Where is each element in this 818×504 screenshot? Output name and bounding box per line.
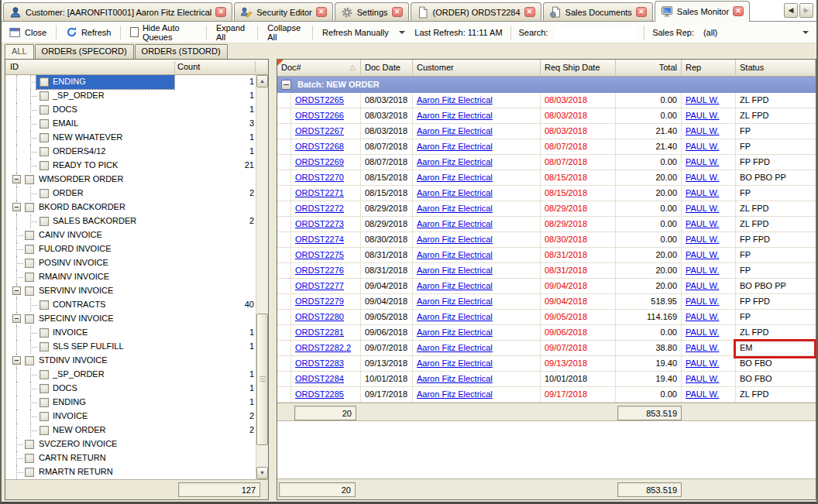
- queue-tree-item[interactable]: SALES BACKORDER2: [5, 214, 256, 228]
- grid-row[interactable]: ORDST227608/31/2018Aaron Fitz Electrical…: [277, 263, 816, 279]
- rep-link[interactable]: PAUL W.: [686, 250, 719, 259]
- tree-checkbox-icon[interactable]: [40, 91, 49, 101]
- tree-checkbox-icon[interactable]: [40, 147, 49, 156]
- queue-tree-item[interactable]: WMSORDER ORDER: [5, 173, 256, 187]
- refresh-mode-dropdown[interactable]: Refresh Manually: [319, 26, 408, 39]
- tab-order-ordst2284[interactable]: (ORDER) ORDST2284✕: [411, 2, 541, 21]
- tree-checkbox-icon[interactable]: [25, 468, 34, 477]
- queue-tree-item[interactable]: CAINV INVOICE: [5, 228, 256, 242]
- queue-tree-item[interactable]: NEW ORDER2: [5, 423, 256, 437]
- tab-sales-documents[interactable]: Sales Documents✕: [543, 2, 653, 21]
- customer-link[interactable]: Aaron Fitz Electrical: [417, 157, 493, 166]
- tree-checkbox-icon[interactable]: [25, 356, 34, 365]
- rep-link[interactable]: PAUL W.: [686, 188, 719, 197]
- expander-minus-icon[interactable]: [12, 314, 21, 323]
- doc-link[interactable]: ORDST2269: [295, 157, 344, 166]
- queue-tree-item[interactable]: SVCZERO INVOICE: [5, 437, 256, 451]
- doc-link[interactable]: ORDST2271: [295, 188, 344, 197]
- grid-row[interactable]: ORDST228109/06/2018Aaron Fitz Electrical…: [277, 325, 816, 341]
- tree-checkbox-icon[interactable]: [40, 189, 49, 198]
- customer-link[interactable]: Aaron Fitz Electrical: [417, 266, 493, 275]
- customer-link[interactable]: Aaron Fitz Electrical: [417, 173, 493, 182]
- queue-tree-item[interactable]: BKORD BACKORDER: [5, 201, 256, 214]
- grid-row[interactable]: ORDST227909/04/2018Aaron Fitz Electrical…: [277, 294, 816, 310]
- doc-link[interactable]: ORDST2276: [295, 266, 344, 275]
- tree-checkbox-icon[interactable]: [40, 300, 49, 310]
- rep-link[interactable]: PAUL W.: [686, 281, 719, 290]
- customer-link[interactable]: Aaron Fitz Electrical: [417, 126, 493, 135]
- customer-link[interactable]: Aaron Fitz Electrical: [417, 204, 493, 213]
- tab-close-icon[interactable]: ✕: [392, 7, 403, 17]
- rep-link[interactable]: PAUL W.: [686, 297, 719, 306]
- queue-tree-item[interactable]: RMARTN RETURN: [5, 465, 256, 479]
- queue-tree-item[interactable]: POSINV INVOICE: [5, 256, 256, 270]
- doc-link[interactable]: ORDST2284: [295, 374, 344, 383]
- doc-link[interactable]: ORDST2273: [295, 219, 344, 228]
- rep-link[interactable]: PAUL W.: [686, 358, 719, 368]
- queue-tree-item[interactable]: ENDING1: [5, 75, 256, 89]
- tree-checkbox-icon[interactable]: [40, 384, 49, 393]
- tree-checkbox-icon[interactable]: [40, 342, 49, 351]
- doc-link[interactable]: ORDST2283: [295, 358, 344, 368]
- grid-row[interactable]: ORDST227208/29/2018Aaron Fitz Electrical…: [277, 201, 816, 217]
- queue-tree-item[interactable]: NEW WHATEVER1: [5, 131, 256, 145]
- tree-checkbox-icon[interactable]: [25, 286, 34, 296]
- grid-group-row[interactable]: Batch: NEW ORDER: [277, 77, 816, 93]
- rep-link[interactable]: PAUL W.: [686, 266, 719, 275]
- queue-tree-item[interactable]: INVOICE1: [5, 326, 256, 340]
- doc-link[interactable]: ORDST2275: [295, 250, 344, 259]
- grid-row[interactable]: ORDST227408/30/2018Aaron Fitz Electrical…: [277, 232, 816, 248]
- queue-tree-item[interactable]: READY TO PICK21: [5, 159, 256, 173]
- queue-tree-item[interactable]: ORDERS4/121: [5, 145, 256, 159]
- column-header-req-ship-date[interactable]: Req Ship Date: [541, 60, 616, 77]
- expander-minus-icon[interactable]: [12, 175, 21, 183]
- expand-all-button[interactable]: Expand All: [213, 22, 252, 43]
- tree-checkbox-icon[interactable]: [40, 133, 49, 142]
- tab-close-icon[interactable]: ✕: [316, 7, 327, 17]
- customer-link[interactable]: Aaron Fitz Electrical: [417, 358, 493, 368]
- queue-tab-all[interactable]: ALL: [5, 44, 34, 59]
- tree-checkbox-icon[interactable]: [25, 245, 34, 254]
- column-header-total[interactable]: Total: [616, 60, 682, 77]
- doc-link[interactable]: ORDST2267: [295, 126, 344, 135]
- grid-row[interactable]: ORDST227108/15/2018Aaron Fitz Electrical…: [277, 186, 816, 201]
- rep-link[interactable]: PAUL W.: [686, 173, 719, 182]
- column-header-customer[interactable]: Customer: [413, 60, 541, 77]
- customer-link[interactable]: Aaron Fitz Electrical: [417, 250, 493, 259]
- customer-link[interactable]: Aaron Fitz Electrical: [417, 142, 493, 151]
- grid-row[interactable]: ORDST226708/03/2018Aaron Fitz Electrical…: [277, 124, 816, 139]
- queue-tree-item[interactable]: DOCS1: [5, 103, 256, 117]
- doc-link[interactable]: ORDST2279: [295, 297, 344, 306]
- customer-link[interactable]: Aaron Fitz Electrical: [417, 235, 493, 244]
- doc-link[interactable]: ORDST2272: [295, 204, 344, 213]
- grid-row[interactable]: ORDST228309/13/2018Aaron Fitz Electrical…: [277, 356, 816, 372]
- queue-tree-item[interactable]: RMAINV INVOICE: [5, 270, 256, 284]
- expander-minus-icon[interactable]: [12, 356, 21, 365]
- queue-tree-item[interactable]: FULORD INVOICE: [5, 242, 256, 256]
- tab-close-icon[interactable]: ✕: [733, 6, 744, 16]
- tab-security-editor[interactable]: Security Editor✕: [234, 2, 333, 21]
- rep-link[interactable]: PAUL W.: [686, 343, 719, 352]
- doc-link[interactable]: ORDST2280: [295, 312, 344, 321]
- grid-row[interactable]: ORDST226608/03/2018Aaron Fitz Electrical…: [277, 108, 816, 124]
- tree-scrollbar[interactable]: ▲ ▼: [256, 75, 268, 479]
- scroll-up-icon[interactable]: ▲: [256, 75, 268, 87]
- queue-tree-item[interactable]: CONTRACTS40: [5, 298, 256, 312]
- queue-tree-item[interactable]: SPECINV INVOICE: [5, 312, 256, 326]
- tab-close-icon[interactable]: ✕: [636, 7, 647, 17]
- queue-tree-item[interactable]: STDINV INVOICE: [5, 354, 256, 368]
- customer-link[interactable]: Aaron Fitz Electrical: [417, 327, 493, 337]
- column-header-rep[interactable]: Rep: [682, 60, 736, 77]
- tab-close-icon[interactable]: ✕: [524, 7, 535, 17]
- doc-link[interactable]: ORDST2285: [295, 389, 344, 399]
- customer-link[interactable]: Aaron Fitz Electrical: [417, 281, 493, 290]
- queue-tree-item[interactable]: SLS SEP FULFILL1: [5, 340, 256, 354]
- rep-link[interactable]: PAUL W.: [686, 95, 719, 105]
- doc-link[interactable]: ORDST2281: [295, 327, 344, 337]
- tree-checkbox-icon[interactable]: [25, 175, 34, 184]
- tree-checkbox-icon[interactable]: [25, 314, 34, 324]
- tree-checkbox-icon[interactable]: [40, 119, 49, 129]
- customer-link[interactable]: Aaron Fitz Electrical: [417, 188, 493, 197]
- expander-minus-icon[interactable]: [12, 286, 21, 295]
- column-header-doc-date[interactable]: Doc Date: [361, 60, 413, 77]
